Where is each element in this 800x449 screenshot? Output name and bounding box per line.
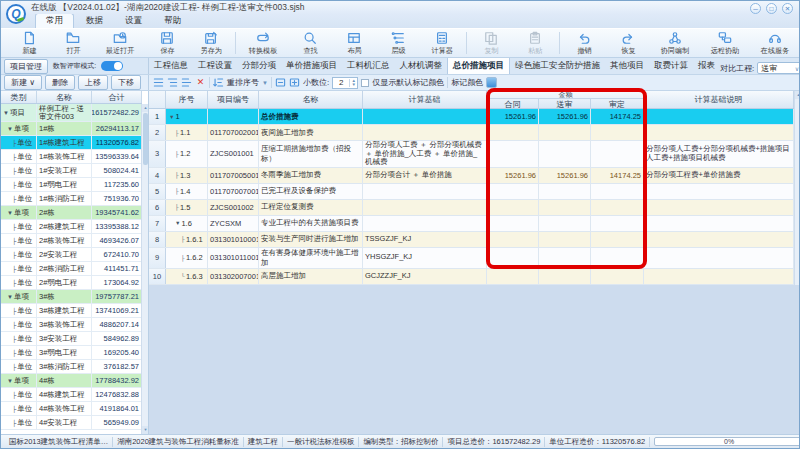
menu-tab-3[interactable]: 设置	[115, 14, 152, 28]
tree-row[interactable]: ├单位4#栋装饰工程4191864.01	[1, 402, 142, 416]
tab-9[interactable]: 其他项目	[605, 58, 649, 74]
toolbar-button-new-doc[interactable]: 新建	[7, 29, 51, 57]
menu-tab-2[interactable]: 数据	[76, 14, 113, 28]
toolbar-button-collaborate[interactable]: 协同编制	[650, 29, 700, 57]
tree-row[interactable]: ├单位2#栋建筑工程13395388.12	[1, 220, 142, 234]
tree-row[interactable]: ├单位3#栋装饰工程4886207.14	[1, 318, 142, 332]
close-icon[interactable]: ✕	[782, 3, 793, 14]
tab-11[interactable]: 报表	[693, 58, 720, 74]
toolbar-button-remote-assist[interactable]: 远程协助	[700, 29, 750, 57]
maximize-icon[interactable]: □	[766, 3, 777, 14]
grid-row[interactable]: 10└1.6.3031302007001高层施工增加GCJZZJF_KJ	[149, 269, 794, 285]
toolbar-button-open-folder[interactable]: 打开	[51, 29, 95, 57]
tree-row[interactable]: ▼项目样例工程－送审文件003161572482.29	[1, 104, 142, 122]
grid-scrollbar[interactable]: ▲	[794, 91, 800, 285]
tree-col-3[interactable]: 合计	[92, 91, 142, 103]
toolbar-button-recent-folder[interactable]: 最近打开	[95, 29, 145, 57]
grid-row[interactable]: 5├1.4011707007001已完工程及设备保护费	[149, 184, 794, 200]
tab-10[interactable]: 取费计算	[649, 58, 693, 74]
reorder-label[interactable]: 重排序号	[227, 77, 259, 88]
scroll-up-icon[interactable]: ▲	[142, 104, 149, 112]
grid-row[interactable]: 1▼1总价措施费15261.9615261.9614174.25	[149, 109, 794, 125]
tab-5[interactable]: 工料机汇总	[342, 58, 395, 74]
grid-row[interactable]: 7▼1.6ZYCSXM专业工程中的有关措施项目费	[149, 216, 794, 232]
review-mode-toggle[interactable]	[101, 61, 123, 71]
tab-7[interactable]: 总价措施项目	[447, 58, 510, 74]
grid-scroll-up-icon[interactable]: ▲	[795, 91, 800, 99]
col-code[interactable]: 项目编号	[208, 91, 259, 108]
spinner-arrows-icon[interactable]: ▲▼	[349, 79, 357, 87]
tree-row[interactable]: ▼单项3#栋19757787.21	[1, 290, 142, 304]
tree-row[interactable]: ├单位3#弱电工程169205.40	[1, 346, 142, 360]
tree-row[interactable]: ├单位2#安装工程672410.70	[1, 248, 142, 262]
tree-row[interactable]: ├单位1#安装工程508024.41	[1, 164, 142, 178]
tree-button-2[interactable]: 删除	[45, 75, 75, 90]
tree-row[interactable]: ├单位1#弱电工程117235.60	[1, 178, 142, 192]
col-note[interactable]: 计算基础说明	[644, 91, 794, 108]
col-seq[interactable]: 序号	[166, 91, 208, 108]
col-basis[interactable]: 计算基础	[363, 91, 487, 108]
tree-row[interactable]: ├单位4#栋建筑工程12476832.88	[1, 388, 142, 402]
tree-row[interactable]: ├单位2#弱电工程173064.92	[1, 276, 142, 290]
grid-row[interactable]: 9├1.6.2031301011001在有害身体健康环境中施工增加YHSGZJF…	[149, 248, 794, 269]
col-name[interactable]: 名称	[259, 91, 363, 108]
tree-button-4[interactable]: 下移	[111, 75, 141, 90]
tree-row[interactable]: ├单位4#安装工程565949.09	[1, 416, 142, 430]
tree-row[interactable]: ├单位3#安装工程584962.89	[1, 332, 142, 346]
mark-color-label[interactable]: 标记颜色	[451, 77, 483, 88]
tree-button-1[interactable]: 新建 ∨	[4, 75, 42, 90]
toolbar-button-levels[interactable]: 层级	[376, 29, 420, 57]
decimal-minus-icon[interactable]	[275, 77, 286, 88]
tree-row[interactable]: ├单位2#栋装饰工程4693426.07	[1, 234, 142, 248]
menu-tab-4[interactable]: 帮助	[154, 14, 191, 28]
tree-row[interactable]: ├单位3#栋建筑工程13741069.21	[1, 304, 142, 318]
decimal-plus-icon[interactable]	[289, 77, 300, 88]
grid-row[interactable]: 2├1.1011707002001夜间施工增加费	[149, 125, 794, 141]
tree-row[interactable]: ▼单项2#栋19345741.62	[1, 206, 142, 220]
collapse-icon[interactable]	[167, 77, 178, 88]
mark-color-swatch-icon[interactable]	[486, 77, 497, 88]
tree-row[interactable]: ▼单项1#栋26294113.17	[1, 122, 142, 136]
toolbar-button-undo[interactable]: 撤销	[562, 29, 606, 57]
tree-col-1[interactable]: 类别	[1, 91, 37, 103]
tree-col-2[interactable]: 名称	[37, 91, 92, 103]
toolbar-button-redo[interactable]: 恢复	[606, 29, 650, 57]
tree-row[interactable]: ├单位2#栋消防工程411451.71	[1, 262, 142, 276]
project-manage-button[interactable]: 项目管理	[4, 59, 48, 74]
reorder-icon[interactable]	[213, 77, 224, 88]
toolbar-button-transform[interactable]: 转换模板	[238, 29, 288, 57]
toolbar-button-save[interactable]: 保存	[145, 29, 189, 57]
expand-all-icon[interactable]	[153, 77, 164, 88]
tab-6[interactable]: 人材机调整	[395, 58, 448, 74]
tab-4[interactable]: 单价措施项目	[281, 58, 342, 74]
default-mark-color-checkbox[interactable]	[361, 79, 369, 87]
grid-row[interactable]: 3├1.2ZJCS001001压缩工期措施增加费（招投标）分部分项人工费 ＋ 分…	[149, 141, 794, 168]
grid-row[interactable]: 8├1.6.1031301010001安装与生产同时进行施工增加TSSGZJF_…	[149, 232, 794, 248]
toolbar-button-search[interactable]: 查找	[288, 29, 332, 57]
tree-row[interactable]: ├单位1#栋装饰工程13596339.64	[1, 150, 142, 164]
toolbar-button-headset[interactable]: 在线服务	[750, 29, 800, 57]
align-icon[interactable]	[181, 77, 192, 88]
menu-tab-1[interactable]: 常用	[35, 13, 74, 28]
compare-project-select[interactable]: 送审∨	[757, 62, 799, 74]
delete-row-icon[interactable]: ✕	[195, 77, 206, 88]
toolbar-button-save-as[interactable]: 另存为	[189, 29, 233, 57]
tree-row[interactable]: ├单位3#栋消防工程376182.57	[1, 360, 142, 374]
minimize-icon[interactable]: ─	[750, 3, 761, 14]
tab-1[interactable]: 工程信息	[149, 58, 193, 74]
tab-2[interactable]: 工程设置	[193, 58, 237, 74]
filter-checkbox-label[interactable]: 仅显示默认标记颜色	[372, 77, 444, 88]
tree-row[interactable]: ├单位1#栋消防工程751936.70	[1, 192, 142, 206]
toolbar-button-calculator[interactable]: 计算器	[420, 29, 464, 57]
grid-row[interactable]: 4├1.3011707005001冬雨季施工增加费分部分项合计 ＋ 单价措施15…	[149, 168, 794, 184]
tab-3[interactable]: 分部分项	[237, 58, 281, 74]
tree-row[interactable]: ├单位1#栋建筑工程11320576.82	[1, 136, 142, 150]
toolbar-button-layout[interactable]: 布局	[332, 29, 376, 57]
scroll-down-icon[interactable]: ▼	[142, 426, 149, 434]
tree-scrollbar[interactable]: ▲ ▼	[141, 104, 148, 434]
tree-row[interactable]: ▼单项4#栋17788432.92	[1, 374, 142, 388]
grid-row[interactable]: 6├1.5ZJCS001002工程定位复测费	[149, 200, 794, 216]
tree-button-3[interactable]: 上移	[78, 75, 108, 90]
reorder-caret-icon[interactable]: ▼	[262, 80, 268, 86]
decimal-spinner[interactable]: 2 ▲▼	[332, 77, 358, 89]
